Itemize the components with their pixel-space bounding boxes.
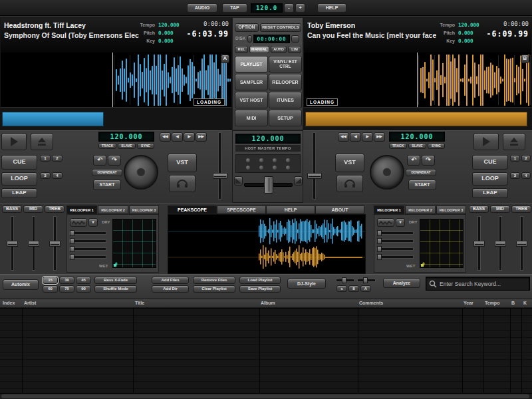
relooper-mode-button[interactable]: ▾ [396, 218, 405, 227]
deck-a-eq-treb-label[interactable]: TREB [45, 205, 65, 213]
relooper-waveshape-button[interactable] [70, 218, 87, 227]
reset-controls-button[interactable]: RESET CONTROLS [260, 23, 301, 32]
deck-a-eq-mid-fader[interactable] [23, 215, 43, 271]
deck-b-eject-button[interactable] [503, 133, 525, 150]
deck-a-relooper-tab-1[interactable]: RELOOPER 1 [66, 205, 97, 214]
eq-handle[interactable] [7, 241, 18, 247]
deck-b-forward-button[interactable]: ▶ [362, 132, 373, 142]
save-playlist-button[interactable]: Save Playlist [239, 285, 281, 293]
search-input[interactable] [440, 281, 527, 287]
col-index[interactable]: Index [3, 301, 15, 305]
deck-a-loop-button[interactable]: LOOP [1, 172, 37, 186]
deck-b-relooper-tab-2[interactable]: RELOOPER 2 [405, 205, 436, 214]
mini-a-button[interactable]: A [360, 285, 371, 292]
eq-handle[interactable] [49, 241, 61, 247]
deck-a-hotcue-1-button[interactable]: 1 [40, 155, 51, 162]
deck-a-forward-button[interactable]: ▶ [184, 132, 195, 142]
crossfader[interactable] [244, 175, 293, 195]
deck-b-hotcue-4-button[interactable]: 4 [521, 172, 531, 179]
nav-itunes-button[interactable]: ITUNES [269, 92, 302, 108]
col-comments[interactable]: Comments [359, 301, 383, 305]
automix-button[interactable]: Automix [3, 279, 39, 290]
deck-b-vst-button[interactable]: VST [335, 154, 364, 172]
deck-b-sync-button[interactable]: SYNC [428, 143, 445, 149]
deck-a-relooper-tab-3[interactable]: RELOOPER 3 [129, 205, 159, 214]
bass-xfade-button[interactable]: Bass X-Fade [94, 277, 137, 284]
deck-b-eq-treb-fader[interactable] [511, 215, 531, 271]
deck-a-pitch-fader[interactable] [211, 132, 229, 200]
deck-a-sync-button[interactable]: SYNC [137, 143, 154, 149]
mix-time-30-button[interactable]: 30 [59, 277, 74, 284]
deck-a-relooper-tab-2[interactable]: RELOOPER 2 [98, 205, 128, 214]
deck-a-letter-badge[interactable]: A [221, 55, 229, 63]
deck-b-start-button[interactable]: START [408, 180, 436, 190]
deck-b-rewind-button[interactable]: ◀ [350, 132, 361, 142]
mode-lim-button[interactable]: LIM [288, 46, 301, 53]
playlist-table[interactable] [0, 308, 532, 393]
eq-handle[interactable] [28, 241, 39, 247]
deck-b-pitch-handle[interactable] [307, 173, 322, 179]
deck-b-pitch-fader[interactable] [306, 132, 323, 200]
deck-b-relooper-xy-pad[interactable]: 0 [420, 219, 464, 268]
mini-8-button[interactable]: 8 [348, 285, 359, 292]
audio-button[interactable]: AUDIO [187, 3, 217, 13]
deck-a-hotcue-4-button[interactable]: 4 [52, 172, 63, 179]
deck-a-leap-button[interactable]: LEAP [1, 188, 37, 198]
deck-b-relooper-tab-3[interactable]: RELOOPER 3 [436, 205, 466, 214]
deck-b-hotcue-3-button[interactable]: 3 [510, 172, 520, 179]
col-tempo[interactable]: Tempo [485, 301, 499, 305]
deck-a-track-button[interactable]: TRACK [98, 143, 116, 149]
deck-b-slave-button[interactable]: SLAVE [408, 143, 426, 149]
disk-eject-icon[interactable] [291, 35, 299, 43]
deck-a-play-button[interactable] [1, 133, 27, 150]
nav-sampler-button[interactable]: SAMPLER [235, 74, 268, 90]
deck-b-downbeat-button[interactable]: DOWNBEAT [406, 169, 436, 176]
mini-s-button[interactable]: s [336, 285, 347, 292]
mix-time-15-button[interactable]: 15 [43, 277, 58, 284]
playlist-horizontal-scrollbar[interactable] [0, 393, 532, 399]
crossfader-handle[interactable] [264, 176, 273, 194]
analyze-button[interactable]: Analyze [383, 278, 420, 288]
search-box[interactable] [426, 277, 530, 291]
help-button[interactable]: HELP [317, 3, 346, 13]
nav-relooper-button[interactable]: RELOOPER [269, 74, 302, 90]
nav-setup-button[interactable]: SETUP [269, 110, 302, 126]
deck-b-track-button[interactable]: TRACK [389, 143, 407, 149]
xfade-curve-right-icon[interactable] [294, 176, 303, 186]
deck-b-skip-back-button[interactable]: ◀◀ [338, 132, 349, 142]
scrollbar-thumb[interactable] [1, 394, 529, 398]
mode-manual-button[interactable]: MANUAL [249, 46, 269, 53]
col-title[interactable]: Title [135, 301, 144, 305]
deck-b-eq-mid-fader[interactable] [490, 215, 510, 271]
deck-b-cue-button[interactable]: CUE [472, 155, 508, 170]
tap-button[interactable]: TAP [222, 3, 247, 13]
mix-time-75-button[interactable]: 75 [59, 285, 74, 293]
deck-a-relooper-xy-pad[interactable]: 0 [112, 219, 156, 268]
deck-a-eq-treb-fader[interactable] [45, 215, 65, 271]
remove-files-button[interactable]: Remove Files [193, 277, 235, 284]
mode-rel-button[interactable]: REL [235, 46, 248, 53]
deck-a-hotcue-2-button[interactable]: 2 [52, 155, 63, 162]
deck-a-eject-button[interactable] [31, 133, 53, 150]
nav-vst-host-button[interactable]: VST HOST [235, 92, 268, 108]
mix-time-45-button[interactable]: 45 [76, 277, 91, 284]
add-files-button[interactable]: Add Files [152, 277, 189, 284]
mode-auto-button[interactable]: AUTO [271, 46, 287, 53]
eq-handle[interactable] [516, 241, 527, 247]
col-k[interactable]: K [523, 301, 527, 305]
deck-a-headphone-cue-button[interactable] [169, 175, 196, 192]
bpm-minus-button[interactable]: - [284, 3, 294, 13]
deck-b-eq-bass-fader[interactable] [469, 215, 489, 271]
deck-b-eq-treb-label[interactable]: TREB [511, 205, 531, 213]
scope-tab-peakscope[interactable]: PEAKSCOPE [168, 205, 217, 214]
deck-a-pitch-bend-up-button[interactable]: ↷ [108, 155, 121, 166]
deck-a-skip-forward-button[interactable]: ▶▶ [196, 132, 207, 142]
deck-a-hotcue-3-button[interactable]: 3 [40, 172, 51, 179]
nav-midi-button[interactable]: MIDI [235, 110, 268, 126]
nav-playlist-button[interactable]: PLAYLIST [235, 56, 268, 72]
scope-tab-specscope[interactable]: SPECSCOPE [217, 205, 266, 214]
deck-b-letter-badge[interactable]: B [521, 55, 529, 63]
load-playlist-button[interactable]: Load Playlist [239, 277, 281, 284]
deck-b-jog-wheel[interactable] [370, 155, 404, 190]
deck-a-downbeat-button[interactable]: DOWNBEAT [92, 169, 122, 176]
